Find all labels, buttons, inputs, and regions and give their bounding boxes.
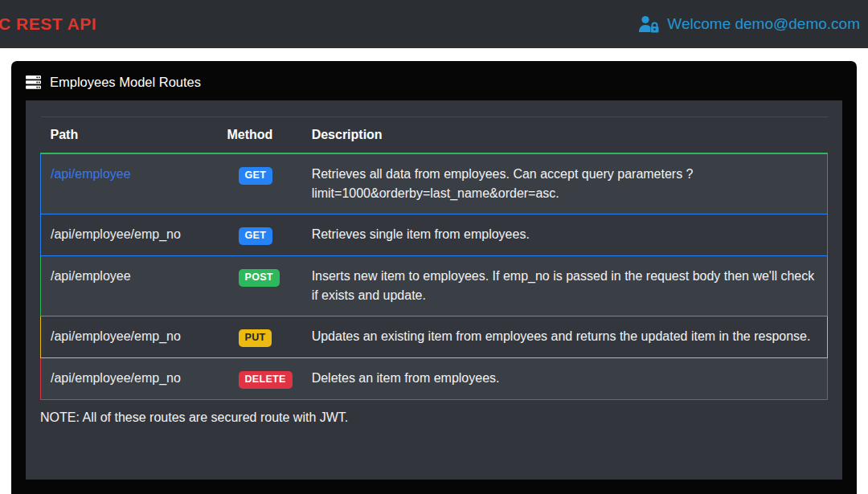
method-badge: DELETE xyxy=(239,371,293,389)
route-description: Updates an existing item from employees … xyxy=(312,329,811,343)
route-row: /api/employee POST Inserts new item to e… xyxy=(41,256,828,316)
route-row: /api/employee/emp_no PUT Updates an exis… xyxy=(41,316,828,358)
method-badge: POST xyxy=(239,269,280,287)
route-path: /api/employee/emp_no xyxy=(51,329,181,343)
jwt-note: NOTE: All of these routes are secured ro… xyxy=(40,410,828,425)
card-title: Employees Model Routes xyxy=(50,75,201,90)
routes-table: Path Method Description /api/employee GE… xyxy=(40,116,828,400)
user-lock-icon xyxy=(638,15,660,33)
route-path: /api/employee/emp_no xyxy=(51,227,181,241)
route-path: /api/employee/emp_no xyxy=(51,371,181,385)
route-path: /api/employee xyxy=(51,269,131,283)
welcome-user-link[interactable]: Welcome demo@demo.com xyxy=(638,15,860,33)
route-row: /api/employee/emp_no DELETE Deletes an i… xyxy=(41,358,828,400)
route-description: Deletes an item from employees. xyxy=(312,371,500,385)
server-list-icon xyxy=(26,76,41,89)
column-header-description: Description xyxy=(302,117,828,154)
route-row: /api/employee/emp_no GET Retrieves singl… xyxy=(41,214,828,256)
top-navbar: C REST API Welcome demo@demo.com xyxy=(0,0,868,48)
route-path[interactable]: /api/employee xyxy=(51,167,131,181)
route-description: Retrieves single item from employees. xyxy=(312,227,530,241)
method-badge: GET xyxy=(239,167,273,185)
routes-table-body: /api/employee GET Retrieves all data fro… xyxy=(41,153,828,400)
column-header-path: Path xyxy=(41,117,218,154)
welcome-text: Welcome demo@demo.com xyxy=(667,15,860,33)
routes-table-head: Path Method Description xyxy=(41,117,828,154)
column-header-method: Method xyxy=(218,117,302,154)
route-description: Retrieves all data from employees. Can a… xyxy=(312,167,694,200)
route-row: /api/employee GET Retrieves all data fro… xyxy=(41,153,828,214)
method-badge: PUT xyxy=(239,329,272,347)
card-body: Path Method Description /api/employee GE… xyxy=(26,100,842,480)
card-header: Employees Model Routes xyxy=(11,61,857,100)
route-description: Inserts new item to employees. If emp_no… xyxy=(312,269,815,302)
method-badge: GET xyxy=(239,227,273,245)
routes-card: Employees Model Routes Path Method Descr… xyxy=(11,61,857,494)
brand-link[interactable]: C REST API xyxy=(0,14,96,34)
